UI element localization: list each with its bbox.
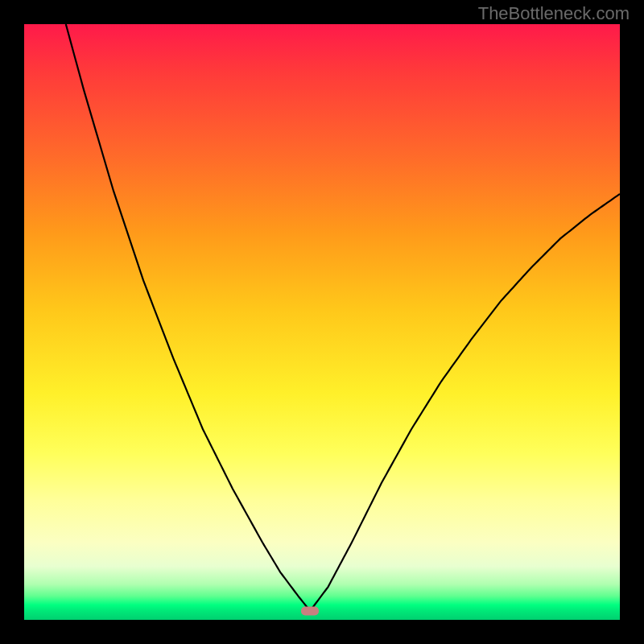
watermark-text: TheBottleneck.com: [478, 3, 630, 24]
bottleneck-curve: [66, 24, 620, 611]
plot-area: [24, 24, 620, 620]
minimum-marker: [301, 606, 319, 615]
curve-svg: [24, 24, 620, 620]
